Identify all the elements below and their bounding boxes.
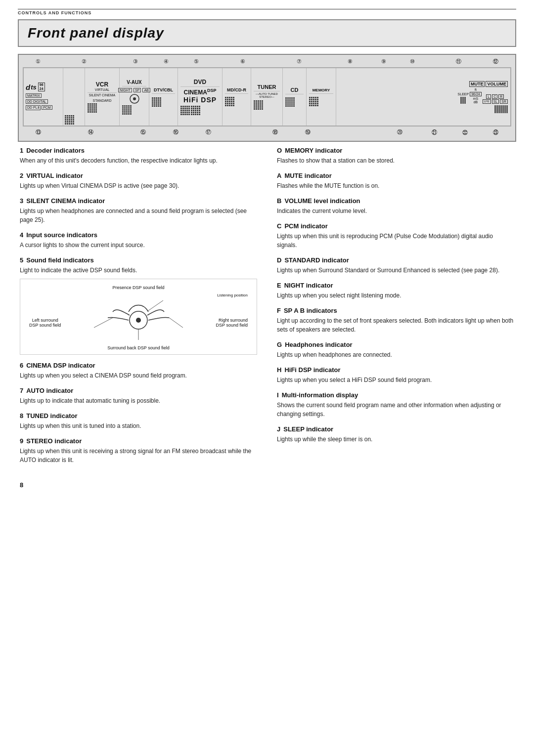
dvd-meters — [180, 106, 220, 115]
item-O-title: O MEMORY indicator — [277, 147, 514, 154]
num-14: ⑭ — [88, 128, 93, 136]
cinema-dsp-label: CINEMADSP — [180, 88, 220, 96]
item-E: E NIGHT indicator Lights up when you sel… — [277, 282, 514, 300]
item-D-body: Lights up when Surround Standard or Surr… — [277, 266, 514, 275]
item-F-body: Light up according to the set of front s… — [277, 316, 514, 334]
item-6-body: Lights up when you select a CINEMA DSP s… — [20, 371, 257, 380]
lr-area: L C R LFE SL SR — [483, 94, 508, 104]
item-5: 5 Sound field indicators Light to indica… — [20, 256, 257, 355]
content-area: 1 Decoder indicators When any of this un… — [18, 147, 516, 471]
item-E-body: Lights up when you select night listenin… — [277, 291, 514, 300]
memory-section: MEMORY — [307, 68, 336, 126]
meter-grid-mdcdr — [225, 97, 248, 106]
num-13: ⑬ — [36, 128, 41, 136]
meter-grid-tuner — [254, 100, 280, 110]
sp-badge: SP — [134, 88, 141, 92]
meter-grid-cd — [285, 97, 304, 107]
listening-icon — [129, 93, 140, 104]
left-surround-label: Left surround DSP sound field — [29, 318, 61, 328]
item-I-title: I Multi-information display — [277, 391, 514, 399]
num-18: ⑱ — [272, 128, 278, 136]
db-val: 96/24 — [471, 92, 480, 96]
cd-section: CD — [283, 68, 307, 126]
item-7: 7 AUTO indicator Lights up to indicate t… — [20, 387, 257, 405]
r-label: R — [498, 94, 504, 99]
item-C-title: C PCM indicator — [277, 222, 514, 230]
diagram-bottom-label: Surround back DSP sound field — [24, 345, 253, 350]
dvd-label: DVD — [180, 79, 220, 87]
item-C-body: Lights up when this unit is reproducing … — [277, 232, 514, 250]
item-7-body: Lights up to indicate that automatic tun… — [20, 396, 257, 405]
item-G-body: Lights up when headphones are connected. — [277, 350, 514, 359]
num-20: ⑳ — [397, 128, 402, 136]
db-label: dB — [474, 100, 478, 104]
item-7-title: 7 AUTO indicator — [20, 387, 257, 394]
item-A-body: Flashes while the MUTE function is on. — [277, 181, 514, 190]
night-badge: NIGHT — [118, 88, 132, 92]
item-5-body: Light to indicate the active DSP sound f… — [20, 266, 257, 275]
item-1-body: When any of this unit's decoders functio… — [20, 156, 257, 165]
bottom-numbers-row: ⑬ ⑭ ⑮ ⑯ ⑰ ⑱ ⑲ ⑳ ㉑ ㉒ ㉓ — [23, 126, 511, 138]
c-label: C — [492, 94, 497, 99]
page-header: CONTROLS AND FUNCTIONS — [18, 9, 516, 15]
pcm-badge: PCM — [42, 105, 52, 110]
num-22: ㉒ — [462, 129, 468, 135]
night-sp-area: NIGHT SP AB — [122, 88, 146, 92]
item-9-body: Lights up when this unit is receiving a … — [20, 447, 257, 464]
item-2: 2 VIRTUAL indicator Lights up when Virtu… — [20, 172, 257, 190]
item-H: H HiFi DSP indicator Lights up when you … — [277, 366, 514, 384]
item-E-title: E NIGHT indicator — [277, 282, 514, 289]
item-3: 3 SILENT CINEMA indicator Lights up when… — [20, 197, 257, 224]
dts-section: d ts 9624 MATRIX DD DIGITAL DD PLⅡ PCM — [24, 68, 63, 126]
item-4-title: 4 Input source indicators — [20, 231, 257, 239]
item-G: G Headphones indicator Lights up when he… — [277, 341, 514, 359]
item-9: 9 STEREO indicator Lights up when this u… — [20, 437, 257, 464]
sleep-volume-area: SLEEP ft 96/24 mS dB — [339, 88, 508, 104]
item-6: 6 CINEMA DSP indicator Lights up when yo… — [20, 362, 257, 380]
ft-label: ft — [475, 88, 477, 91]
vaux-section: V-AUX NIGHT SP AB — [120, 68, 149, 126]
item-J: J SLEEP indicator Lights up while the sl… — [277, 425, 514, 444]
volume-meters — [339, 105, 508, 113]
tuner-label: TUNER — [254, 84, 280, 91]
num-2: ② — [82, 58, 87, 65]
dd-pl-badge: DD PLⅡ — [26, 105, 41, 110]
mute-label: MUTE — [469, 81, 485, 87]
cd-label: CD — [285, 87, 304, 94]
num-3: ③ — [133, 58, 138, 65]
page-title: Front panel display — [28, 25, 506, 41]
item-G-title: G Headphones indicator — [277, 341, 514, 348]
svg-point-3 — [136, 318, 141, 323]
hifi-dsp-label: HiFi DSP — [180, 96, 220, 104]
num-16: ⑯ — [173, 128, 178, 136]
page-number: 8 — [18, 481, 516, 489]
item-8-title: 8 TUNED indicator — [20, 412, 257, 420]
num-4: ④ — [164, 58, 169, 65]
num-7: ⑦ — [297, 58, 302, 65]
title-box: Front panel display — [18, 19, 516, 47]
item-H-body: Lights up when you select a HiFi DSP sou… — [277, 376, 514, 384]
dts-logo: d ts 9624 — [26, 83, 61, 92]
num-21: ㉑ — [432, 129, 437, 135]
item-D-title: D STANDARD indicator — [277, 256, 514, 264]
num-11: ⑪ — [456, 58, 461, 65]
item-O: O MEMORY indicator Flashes to show that … — [277, 147, 514, 165]
ms-label: mS — [473, 97, 479, 100]
item-8-body: Lights up when this unit is tuned into a… — [20, 421, 257, 430]
dvd-section: DVD CINEMADSP HiFi DSP — [178, 68, 222, 126]
listening-pos-label: Listening position — [217, 293, 248, 297]
item-1-title: 1 Decoder indicators — [20, 147, 257, 154]
item-I-body: Shows the current sound field program na… — [277, 401, 514, 419]
volume-label: VOLUME — [486, 81, 508, 87]
item-F-title: F SP A B indicators — [277, 307, 514, 314]
item-B: B VOLUME level indication Indicates the … — [277, 197, 514, 215]
meter-grid-vcr — [88, 103, 117, 113]
num-19: ⑲ — [305, 128, 311, 136]
item-2-title: 2 VIRTUAL indicator — [20, 172, 257, 179]
lfe-label: LFE — [483, 99, 491, 104]
item-B-title: B VOLUME level indication — [277, 197, 514, 205]
mute-volume-section: MUTE VOLUME SLEEP ft — [336, 68, 510, 126]
dtvcbl-label: DTV/CBL — [152, 87, 175, 94]
meter-grid-mem — [309, 97, 333, 106]
diagram-title: Presence DSP sound field — [24, 285, 253, 290]
